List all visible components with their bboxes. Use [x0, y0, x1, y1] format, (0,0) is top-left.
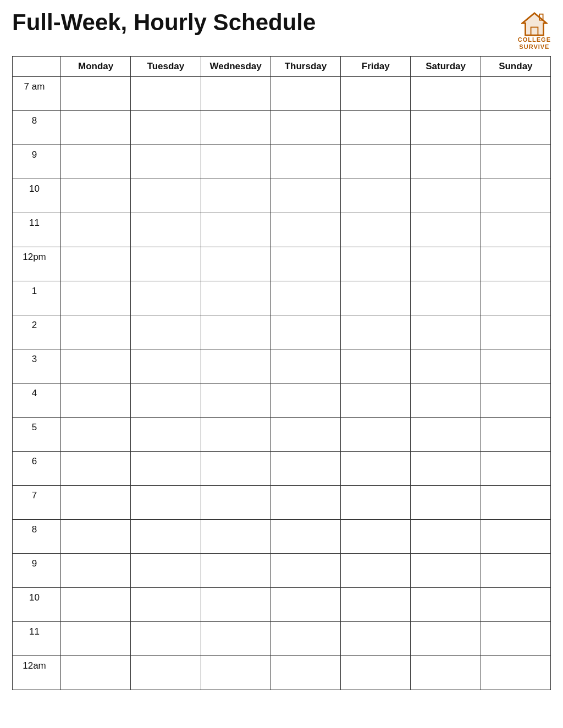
schedule-cell[interactable]	[271, 247, 340, 281]
schedule-cell[interactable]	[481, 384, 550, 418]
schedule-cell[interactable]	[201, 622, 271, 656]
schedule-cell[interactable]	[271, 520, 340, 554]
schedule-cell[interactable]	[341, 486, 411, 520]
schedule-cell[interactable]	[341, 656, 411, 690]
schedule-cell[interactable]	[61, 145, 131, 179]
schedule-cell[interactable]	[411, 486, 481, 520]
schedule-cell[interactable]	[271, 554, 340, 588]
schedule-cell[interactable]	[481, 656, 550, 690]
schedule-cell[interactable]	[341, 111, 411, 145]
schedule-cell[interactable]	[61, 486, 131, 520]
schedule-cell[interactable]	[411, 588, 481, 622]
schedule-cell[interactable]	[481, 111, 550, 145]
schedule-cell[interactable]	[341, 349, 411, 384]
schedule-cell[interactable]	[481, 520, 550, 554]
schedule-cell[interactable]	[201, 520, 271, 554]
schedule-cell[interactable]	[271, 656, 340, 690]
schedule-cell[interactable]	[131, 281, 201, 315]
schedule-cell[interactable]	[481, 315, 550, 349]
schedule-cell[interactable]	[271, 111, 340, 145]
schedule-cell[interactable]	[481, 622, 550, 656]
schedule-cell[interactable]	[201, 111, 271, 145]
schedule-cell[interactable]	[481, 247, 550, 281]
schedule-cell[interactable]	[411, 145, 481, 179]
schedule-cell[interactable]	[61, 384, 131, 418]
schedule-cell[interactable]	[201, 315, 271, 349]
schedule-cell[interactable]	[201, 281, 271, 315]
schedule-cell[interactable]	[411, 213, 481, 247]
schedule-cell[interactable]	[61, 247, 131, 281]
schedule-cell[interactable]	[131, 486, 201, 520]
schedule-cell[interactable]	[131, 452, 201, 486]
schedule-cell[interactable]	[411, 656, 481, 690]
schedule-cell[interactable]	[61, 588, 131, 622]
schedule-cell[interactable]	[271, 349, 340, 384]
schedule-cell[interactable]	[481, 77, 550, 111]
schedule-cell[interactable]	[131, 554, 201, 588]
schedule-cell[interactable]	[271, 179, 340, 213]
schedule-cell[interactable]	[201, 179, 271, 213]
schedule-cell[interactable]	[411, 452, 481, 486]
schedule-cell[interactable]	[201, 588, 271, 622]
schedule-cell[interactable]	[411, 418, 481, 452]
schedule-cell[interactable]	[481, 213, 550, 247]
schedule-cell[interactable]	[201, 247, 271, 281]
schedule-cell[interactable]	[61, 520, 131, 554]
schedule-cell[interactable]	[61, 418, 131, 452]
schedule-cell[interactable]	[411, 554, 481, 588]
schedule-cell[interactable]	[271, 486, 340, 520]
schedule-cell[interactable]	[201, 656, 271, 690]
schedule-cell[interactable]	[61, 213, 131, 247]
schedule-cell[interactable]	[271, 622, 340, 656]
schedule-cell[interactable]	[481, 554, 550, 588]
schedule-cell[interactable]	[341, 588, 411, 622]
schedule-cell[interactable]	[341, 247, 411, 281]
schedule-cell[interactable]	[481, 486, 550, 520]
schedule-cell[interactable]	[61, 315, 131, 349]
schedule-cell[interactable]	[481, 179, 550, 213]
schedule-cell[interactable]	[341, 281, 411, 315]
schedule-cell[interactable]	[131, 384, 201, 418]
schedule-cell[interactable]	[61, 622, 131, 656]
schedule-cell[interactable]	[131, 77, 201, 111]
schedule-cell[interactable]	[481, 418, 550, 452]
schedule-cell[interactable]	[271, 145, 340, 179]
schedule-cell[interactable]	[201, 77, 271, 111]
schedule-cell[interactable]	[271, 384, 340, 418]
schedule-cell[interactable]	[131, 349, 201, 384]
schedule-cell[interactable]	[411, 77, 481, 111]
schedule-cell[interactable]	[201, 452, 271, 486]
schedule-cell[interactable]	[341, 554, 411, 588]
schedule-cell[interactable]	[481, 281, 550, 315]
schedule-cell[interactable]	[131, 520, 201, 554]
schedule-cell[interactable]	[271, 315, 340, 349]
schedule-cell[interactable]	[411, 247, 481, 281]
schedule-cell[interactable]	[201, 554, 271, 588]
schedule-cell[interactable]	[481, 452, 550, 486]
schedule-cell[interactable]	[201, 349, 271, 384]
schedule-cell[interactable]	[271, 77, 340, 111]
schedule-cell[interactable]	[341, 452, 411, 486]
schedule-cell[interactable]	[61, 349, 131, 384]
schedule-cell[interactable]	[341, 213, 411, 247]
schedule-cell[interactable]	[131, 656, 201, 690]
schedule-cell[interactable]	[341, 418, 411, 452]
schedule-cell[interactable]	[201, 213, 271, 247]
schedule-cell[interactable]	[411, 520, 481, 554]
schedule-cell[interactable]	[411, 281, 481, 315]
schedule-cell[interactable]	[61, 77, 131, 111]
schedule-cell[interactable]	[201, 145, 271, 179]
schedule-cell[interactable]	[131, 145, 201, 179]
schedule-cell[interactable]	[481, 145, 550, 179]
schedule-cell[interactable]	[131, 418, 201, 452]
schedule-cell[interactable]	[201, 384, 271, 418]
schedule-cell[interactable]	[131, 247, 201, 281]
schedule-cell[interactable]	[341, 145, 411, 179]
schedule-cell[interactable]	[131, 179, 201, 213]
schedule-cell[interactable]	[341, 384, 411, 418]
schedule-cell[interactable]	[411, 384, 481, 418]
schedule-cell[interactable]	[201, 418, 271, 452]
schedule-cell[interactable]	[481, 349, 550, 384]
schedule-cell[interactable]	[271, 452, 340, 486]
schedule-cell[interactable]	[131, 315, 201, 349]
